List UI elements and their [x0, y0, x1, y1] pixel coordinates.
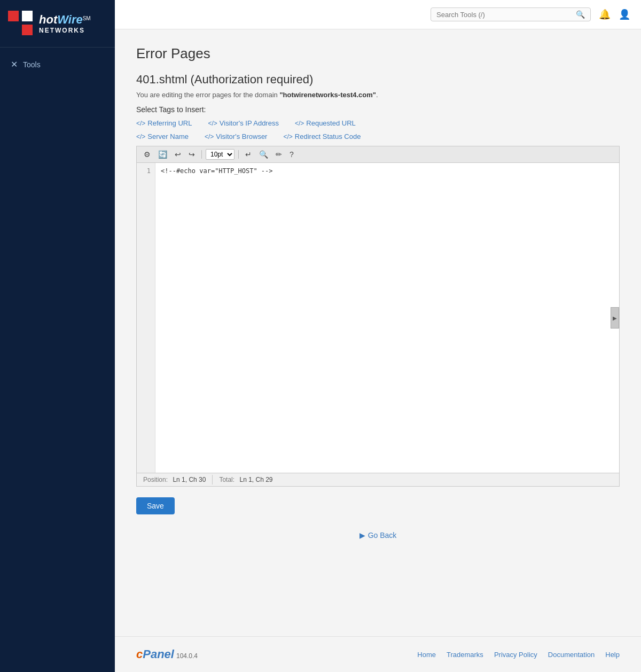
- footer-docs[interactable]: Documentation: [548, 651, 595, 659]
- cpanel-brand: cPanel: [136, 647, 174, 661]
- toolbar-highlight[interactable]: ✏: [273, 149, 285, 160]
- toolbar-sep-2: [238, 150, 239, 159]
- tag-code-icon-4: </>: [136, 133, 145, 140]
- toolbar-sep-1: [201, 150, 202, 159]
- toolbar-help[interactable]: ?: [287, 149, 296, 160]
- footer-home[interactable]: Home: [417, 651, 436, 659]
- go-back-row: ▶ Go Back: [136, 530, 620, 540]
- total-value: Ln 1, Ch 29: [239, 476, 272, 483]
- domain-info: You are editing the error pages for the …: [136, 91, 620, 99]
- position-label: Position:: [143, 476, 168, 483]
- font-size-select[interactable]: 8pt 10pt 12pt 14pt 16pt: [206, 149, 234, 160]
- highlight-icon: ✏: [276, 150, 282, 159]
- bell-icon: 🔔: [599, 9, 611, 20]
- footer-help[interactable]: Help: [605, 651, 620, 659]
- tags-row-2: </> Server Name </> Visitor's Browser </…: [136, 132, 620, 140]
- footer: cPanel 104.0.4 Home Trademarks Privacy P…: [115, 636, 641, 672]
- domain-name: "hotwirenetworks-test4.com": [279, 91, 376, 99]
- footer-links: Home Trademarks Privacy Policy Documenta…: [417, 651, 620, 659]
- logo-sq-red-1: [8, 11, 19, 21]
- toolbar-refresh[interactable]: 🔄: [155, 149, 170, 160]
- tag-code-icon-3: </>: [295, 120, 304, 127]
- sidebar-nav: ✕ Tools: [0, 48, 115, 81]
- cpanel-c: c: [136, 647, 143, 661]
- editor-body: 1 <!--#echo var="HTTP_HOST" --> ▶: [137, 163, 619, 473]
- footer-trademarks[interactable]: Trademarks: [447, 651, 483, 659]
- logo-hotwire: hotWireSM: [39, 16, 91, 25]
- footer-privacy[interactable]: Privacy Policy: [494, 651, 537, 659]
- wordwrap-icon: ↵: [245, 150, 252, 159]
- top-bar: 🔍 🔔 👤: [115, 0, 641, 29]
- tag-redirect-status[interactable]: </> Redirect Status Code: [283, 132, 361, 140]
- save-label: Save: [147, 502, 164, 510]
- go-back-label: Go Back: [368, 531, 397, 540]
- logo-wire: Wire: [57, 13, 82, 26]
- logo-sq-white-1: [22, 11, 33, 21]
- line-number-1: 1: [141, 166, 151, 176]
- toolbar-undo[interactable]: ↩: [172, 149, 184, 160]
- redo-icon: ↪: [189, 150, 195, 159]
- status-total: Total: Ln 1, Ch 29: [213, 475, 279, 485]
- editor-statusbar: Position: Ln 1, Ch 30 Total: Ln 1, Ch 29: [137, 473, 619, 486]
- tag-referring-url-label: Referring URL: [147, 119, 192, 127]
- search-icon: 🔍: [259, 150, 268, 159]
- save-button[interactable]: Save: [136, 497, 175, 514]
- collapse-icon: ▶: [613, 315, 617, 321]
- toolbar-redo[interactable]: ↪: [186, 149, 198, 160]
- tag-code-icon-1: </>: [136, 120, 145, 127]
- cpanel-version: 104.0.4: [176, 652, 198, 660]
- toolbar-wordwrap[interactable]: ↵: [243, 149, 254, 160]
- editor-collapse-btn[interactable]: ▶: [611, 307, 619, 329]
- find-replace-icon: ⚙: [144, 150, 151, 159]
- logo-text: hotWireSM NETWORKS: [39, 13, 91, 34]
- tag-visitors-browser-label: Visitor's Browser: [216, 132, 267, 140]
- logo-hot: hot: [39, 13, 57, 26]
- logo-networks: NETWORKS: [39, 27, 91, 34]
- tag-server-name[interactable]: </> Server Name: [136, 132, 189, 140]
- refresh-icon: 🔄: [158, 150, 167, 159]
- tag-code-icon-5: </>: [205, 133, 214, 140]
- logo-sq-red-2: [22, 25, 33, 35]
- help-icon: ?: [290, 150, 294, 159]
- cpanel-panel: Panel: [143, 647, 174, 661]
- logo-area: hotWireSM NETWORKS: [0, 0, 115, 48]
- tag-redirect-status-label: Redirect Status Code: [295, 132, 361, 140]
- logo-sm: SM: [83, 15, 91, 21]
- tag-visitors-ip-label: Visitor's IP Address: [220, 119, 279, 127]
- select-tags-label: Select Tags to Insert:: [136, 105, 620, 114]
- sidebar: hotWireSM NETWORKS ✕ Tools: [0, 0, 115, 672]
- toolbar-find-replace[interactable]: ⚙: [141, 149, 153, 160]
- code-editor: ⚙ 🔄 ↩ ↪ 8pt: [136, 146, 620, 487]
- tags-row-1: </> Referring URL </> Visitor's IP Addre…: [136, 119, 620, 127]
- domain-info-prefix: You are editing the error pages for the …: [136, 91, 279, 99]
- tag-code-icon-2: </>: [208, 120, 217, 127]
- tag-server-name-label: Server Name: [147, 132, 189, 140]
- notifications-button[interactable]: 🔔: [599, 9, 611, 20]
- logo-squares: [8, 11, 34, 36]
- tag-visitors-ip[interactable]: </> Visitor's IP Address: [208, 119, 278, 127]
- line-numbers: 1: [137, 163, 155, 473]
- toolbar-search[interactable]: 🔍: [256, 149, 271, 160]
- tag-requested-url[interactable]: </> Requested URL: [295, 119, 356, 127]
- main-content: Error Pages 401.shtml (Authorization req…: [115, 29, 641, 672]
- sidebar-item-tools[interactable]: ✕ Tools: [0, 53, 115, 76]
- search-box[interactable]: 🔍: [431, 7, 591, 21]
- total-label: Total:: [219, 476, 234, 483]
- section-title: 401.shtml (Authorization required): [136, 73, 620, 87]
- tag-visitors-browser[interactable]: </> Visitor's Browser: [205, 132, 268, 140]
- code-textarea[interactable]: <!--#echo var="HTTP_HOST" -->: [155, 163, 619, 473]
- tag-code-icon-6: </>: [283, 133, 292, 140]
- status-position: Position: Ln 1, Ch 30: [137, 475, 213, 485]
- position-value: Ln 1, Ch 30: [173, 476, 206, 483]
- search-input[interactable]: [436, 11, 573, 19]
- search-button[interactable]: 🔍: [576, 10, 585, 19]
- tag-referring-url[interactable]: </> Referring URL: [136, 119, 192, 127]
- tools-icon: ✕: [11, 59, 18, 69]
- logo-sq-empty: [8, 25, 19, 35]
- user-button[interactable]: 👤: [619, 9, 630, 20]
- go-back-link[interactable]: ▶ Go Back: [359, 531, 397, 540]
- cpanel-logo: cPanel 104.0.4: [136, 647, 198, 661]
- page-title: Error Pages: [136, 45, 620, 62]
- top-icons: 🔔 👤: [599, 9, 630, 20]
- content-area: Error Pages 401.shtml (Authorization req…: [115, 29, 641, 636]
